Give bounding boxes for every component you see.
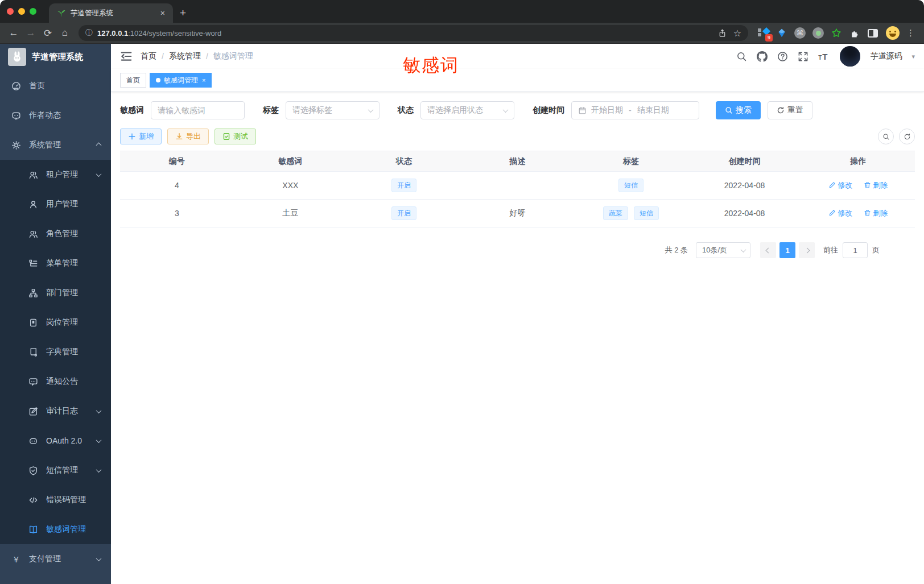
minimize-window-button[interactable] (18, 8, 25, 15)
browser-profile-avatar[interactable] (886, 26, 900, 40)
page-size-value: 10条/页 (702, 245, 727, 255)
search-icon[interactable] (736, 51, 747, 62)
sidebar-item-audit-log[interactable]: 审计日志 (0, 396, 111, 426)
help-icon[interactable] (777, 51, 788, 62)
status-select[interactable]: 请选择启用状态 (420, 101, 514, 119)
recorder-extension-icon[interactable] (812, 27, 824, 39)
export-button[interactable]: 导出 (167, 129, 209, 144)
edit-button[interactable]: 修改 (828, 180, 852, 190)
gear-icon (11, 140, 21, 150)
zoom-window-button[interactable] (30, 8, 36, 15)
col-id: 编号 (120, 151, 234, 172)
new-tab-button[interactable]: + (173, 7, 194, 23)
user-name[interactable]: 芋道源码 (870, 51, 902, 61)
badge-icon (28, 318, 38, 328)
sidebar-item-dictionary[interactable]: 字典管理 (0, 337, 111, 367)
sidebar: 芋道管理系统 首页 作者动态 系统管理 租户管理 (0, 44, 111, 584)
next-page-button[interactable] (799, 242, 815, 258)
browser-menu-icon[interactable]: ⋮ (901, 28, 918, 38)
sidebar-item-author-news[interactable]: 作者动态 (0, 101, 111, 130)
font-size-icon[interactable]: TT (818, 52, 828, 61)
puzzle-extensions-icon[interactable] (848, 27, 861, 39)
code-icon (28, 495, 38, 505)
sidebar-item-home[interactable]: 首页 (0, 71, 111, 101)
table-toolbar: 新增 导出 测试 (120, 129, 915, 144)
sidebar-item-tenant[interactable]: 租户管理 (0, 160, 111, 189)
breadcrumb-current: 敏感词管理 (213, 51, 253, 61)
sidebar-item-system-management[interactable]: 系统管理 (0, 130, 111, 160)
sidebar-item-user[interactable]: 用户管理 (0, 189, 111, 219)
tab-sensitive-word[interactable]: 敏感词管理 × (150, 73, 212, 88)
sidebar-item-post[interactable]: 岗位管理 (0, 308, 111, 337)
bookmark-star-icon[interactable]: ☆ (733, 28, 741, 39)
keyword-input[interactable] (151, 101, 245, 119)
tab-home[interactable]: 首页 (120, 73, 146, 88)
tag-select[interactable]: 请选择标签 (286, 101, 380, 119)
sidebar-item-department[interactable]: 部门管理 (0, 278, 111, 308)
url-host: 127.0.0.1 (97, 29, 128, 38)
status-badge: 开启 (391, 179, 416, 192)
export-button-label: 导出 (186, 131, 201, 142)
sidebar-item-sms[interactable]: 短信管理 (0, 455, 111, 485)
user-avatar[interactable] (840, 46, 860, 67)
reload-icon[interactable]: ⟳ (40, 27, 56, 39)
search-button[interactable]: 搜索 (716, 101, 761, 119)
plus-icon (128, 132, 136, 140)
cell-id: 3 (120, 200, 234, 227)
caret-down-icon[interactable]: ▾ (911, 53, 915, 60)
page-number-current[interactable]: 1 (779, 242, 795, 258)
refresh-icon (904, 133, 911, 140)
info-icon[interactable]: ⓘ (85, 28, 93, 38)
reset-button[interactable]: 重置 (768, 101, 812, 119)
breadcrumb-system[interactable]: 系统管理 (169, 51, 201, 61)
test-button[interactable]: 测试 (214, 129, 256, 144)
command-extension-icon[interactable]: ⌘ (794, 27, 806, 39)
trash-icon (864, 209, 871, 217)
sidebar-item-payment[interactable]: ¥ 支付管理 (0, 544, 111, 574)
sidebar-item-error-code[interactable]: 错误码管理 (0, 485, 111, 515)
tab-close-icon[interactable]: × (158, 9, 167, 18)
kite-extension-icon[interactable] (776, 27, 788, 39)
breadcrumb-home[interactable]: 首页 (141, 51, 156, 61)
sidebar-item-role[interactable]: 角色管理 (0, 219, 111, 248)
chevron-down-icon (96, 556, 102, 561)
sidebar-item-label: 系统管理 (29, 140, 61, 150)
sidebar-item-menu[interactable]: 菜单管理 (0, 248, 111, 278)
sidebar-item-oauth[interactable]: OAuth 2.0 (0, 426, 111, 455)
sidebar-item-label: 通知公告 (46, 376, 78, 387)
back-icon[interactable]: ← (6, 27, 22, 39)
browser-tab[interactable]: 芋道管理系统 × (49, 3, 173, 23)
side-panel-icon[interactable] (867, 27, 879, 39)
url-bar[interactable]: ⓘ 127.0.0.1:1024/system/sensitive-word ☆ (79, 25, 748, 41)
add-button[interactable]: 新增 (120, 129, 162, 144)
goto-page-input[interactable] (843, 242, 868, 258)
sidebar-item-label: 首页 (29, 81, 45, 91)
date-end-placeholder: 结束日期 (637, 105, 669, 115)
green-star-extension-icon[interactable] (830, 27, 843, 39)
delete-button[interactable]: 删除 (864, 180, 888, 190)
sidebar-fold-icon[interactable] (120, 50, 133, 63)
close-window-button[interactable] (7, 8, 14, 15)
total-count: 共 2 条 (665, 245, 688, 255)
edit-button[interactable]: 修改 (828, 208, 852, 218)
refresh-table-button[interactable] (899, 129, 915, 144)
share-icon[interactable] (718, 29, 727, 38)
github-icon[interactable] (757, 51, 768, 62)
page-size-select[interactable]: 10条/页 (696, 242, 750, 258)
date-range-picker[interactable]: 开始日期 - 结束日期 (571, 101, 699, 119)
blocker-extension-icon[interactable]: 9 (757, 27, 770, 39)
prev-page-button[interactable] (760, 242, 776, 258)
sidebar-item-label: 岗位管理 (46, 317, 78, 328)
browser-tabstrip: 芋道管理系统 × + (0, 0, 924, 23)
extension-badge: 9 (765, 34, 773, 42)
delete-button[interactable]: 删除 (864, 208, 888, 218)
sidebar-item-notice[interactable]: 通知公告 (0, 367, 111, 396)
tab-close-icon[interactable]: × (202, 73, 205, 87)
sidebar-item-label: 审计日志 (46, 406, 78, 416)
toggle-search-button[interactable] (878, 129, 894, 144)
breadcrumb-separator: / (162, 52, 164, 61)
fullscreen-icon[interactable] (798, 51, 808, 62)
sidebar-item-sensitive-word[interactable]: 敏感词管理 (0, 515, 111, 544)
forward-icon[interactable]: → (23, 27, 39, 39)
home-icon[interactable]: ⌂ (57, 27, 73, 39)
